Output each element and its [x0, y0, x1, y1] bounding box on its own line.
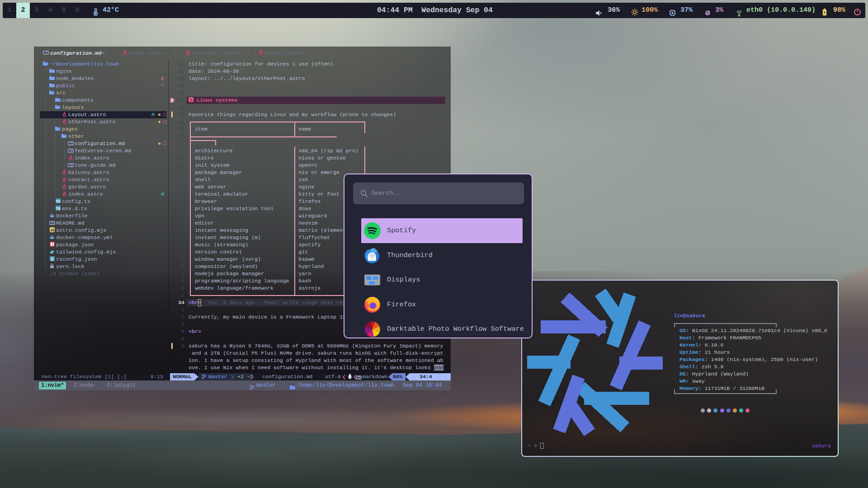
svg-text:JS: JS: [50, 228, 54, 232]
svg-text:TS: TS: [56, 199, 60, 203]
svg-text:GN: GN: [707, 12, 709, 14]
svg-text:TS: TS: [56, 206, 60, 211]
svg-text:1: 1: [190, 98, 192, 102]
svg-text:{}: {}: [51, 257, 53, 261]
